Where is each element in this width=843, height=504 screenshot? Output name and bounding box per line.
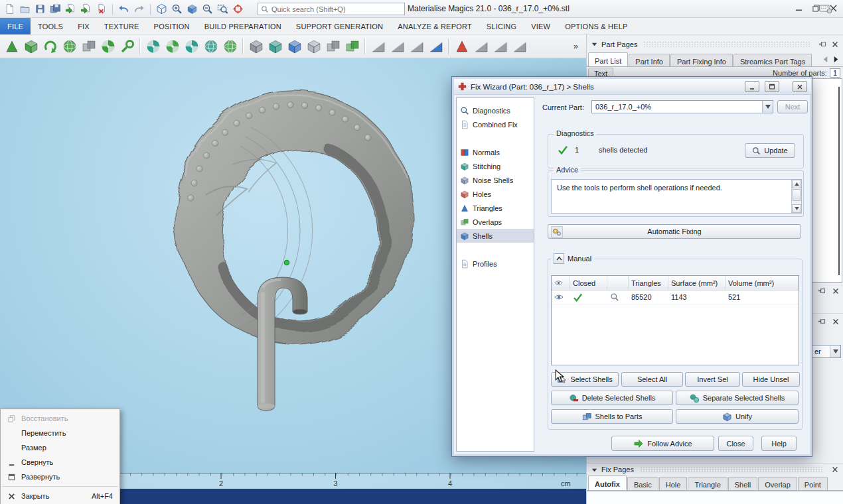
pin-icon[interactable]: [816, 286, 826, 296]
tab-part-list[interactable]: Part List: [588, 52, 628, 67]
system-menu-maximize[interactable]: Развернуть: [1, 470, 119, 484]
help-button[interactable]: Help: [761, 436, 797, 451]
undo-icon[interactable]: [117, 2, 131, 16]
collapse-icon[interactable]: [590, 466, 599, 474]
dialog-close-button[interactable]: [793, 81, 807, 92]
platform-cube-icon[interactable]: [305, 36, 323, 56]
zoom-window-icon[interactable]: [216, 2, 230, 16]
wizard-page-noise-shells[interactable]: Noise Shells: [457, 173, 534, 187]
sphere-select-icon[interactable]: [202, 36, 220, 56]
invert-sel-button[interactable]: Invert Sel: [685, 372, 740, 387]
minimize-button[interactable]: [790, 1, 807, 15]
pin-icon[interactable]: [816, 317, 826, 326]
edit-part-icon[interactable]: [118, 36, 136, 56]
fix-wizard-titlebar[interactable]: Fix Wizard (Part: 036_r_17) > Shells: [454, 79, 811, 95]
shell-select-icon[interactable]: [144, 36, 162, 56]
shell-table-row[interactable]: 85520 1143 521: [552, 290, 799, 304]
scroll-down-icon[interactable]: [792, 204, 801, 213]
close-panel-icon[interactable]: [830, 465, 840, 474]
zoom-out-icon[interactable]: [200, 2, 214, 16]
wizard-page-profiles[interactable]: Profiles: [457, 257, 534, 271]
tab-hole[interactable]: Hole: [659, 477, 688, 490]
separate-selected-shells-button[interactable]: Separate Selected Shells: [676, 391, 799, 405]
menu-item-position[interactable]: POSITION: [147, 18, 197, 34]
new-file-icon[interactable]: [3, 2, 17, 16]
closed-column-header[interactable]: Closed: [570, 276, 607, 290]
slice-view-icon[interactable]: [369, 36, 387, 56]
wizard-page-triangles[interactable]: Triangles: [457, 201, 534, 215]
menu-item-analyze-report[interactable]: ANALYZE & REPORT: [390, 18, 479, 34]
inspect-column-header[interactable]: [607, 276, 629, 290]
tab-streamics-part-tags[interactable]: Streamics Part Tags: [733, 54, 812, 67]
system-menu-move[interactable]: Переместить: [1, 426, 119, 440]
tab-scroll-right-icon[interactable]: [831, 54, 841, 64]
support-ramp3-icon[interactable]: [510, 36, 528, 56]
merge-parts-icon[interactable]: [343, 36, 361, 56]
save-all-icon[interactable]: [48, 2, 62, 16]
volume-column-header[interactable]: Volume (mm³): [726, 276, 799, 290]
chevron-down-icon[interactable]: [762, 101, 773, 113]
tab-autofix[interactable]: Autofix: [588, 475, 627, 490]
delete-selected-shells-button[interactable]: Delete Selected Shells: [551, 391, 673, 405]
current-part-dropdown[interactable]: 036_r_17.0_+0%: [591, 100, 773, 113]
visibility-column-header[interactable]: [552, 276, 570, 290]
support-ramp-icon[interactable]: [472, 36, 490, 56]
view-cube-icon[interactable]: [185, 2, 199, 16]
machine-cube-icon[interactable]: [266, 36, 284, 56]
menu-item-fix[interactable]: FIX: [70, 18, 97, 34]
shells-to-parts-button[interactable]: Shells to Parts: [551, 409, 673, 424]
visible-eye-icon[interactable]: [552, 290, 570, 304]
hidden-panel-dropdown[interactable]: er: [810, 345, 841, 358]
panel-grip[interactable]: [640, 467, 824, 473]
scroll-up-icon[interactable]: [792, 180, 801, 188]
menu-item-slicing[interactable]: SLICING: [479, 18, 524, 34]
slice-blue-icon[interactable]: [427, 36, 445, 56]
wizard-page-holes[interactable]: Holes: [457, 187, 534, 201]
slice-ramp-icon[interactable]: [388, 36, 406, 56]
measure-icon[interactable]: [231, 2, 245, 16]
wizard-page-diagnostics[interactable]: Diagnostics: [457, 103, 534, 117]
quick-search[interactable]: [258, 3, 405, 15]
scroll-thumb[interactable]: [793, 189, 801, 201]
support-generation-icon[interactable]: [453, 36, 471, 56]
menu-item-support-generation[interactable]: SUPPORT GENERATION: [289, 18, 390, 34]
rotate-part-icon[interactable]: [41, 36, 59, 56]
pin-icon[interactable]: [817, 40, 827, 49]
follow-advice-button[interactable]: Follow Advice: [611, 436, 714, 451]
dialog-minimize-button[interactable]: [745, 81, 759, 92]
next-button[interactable]: Next: [777, 100, 808, 113]
fix-part-icon[interactable]: [99, 36, 117, 56]
menu-item-file[interactable]: FILE: [0, 18, 31, 34]
tab-part-info[interactable]: Part Info: [629, 54, 670, 67]
wizard-page-combined-fix[interactable]: Combined Fix: [457, 117, 534, 131]
menu-item-options-help[interactable]: OPTIONS & HELP: [558, 18, 635, 34]
triangles-column-header[interactable]: Triangles: [629, 276, 668, 290]
system-menu-size[interactable]: Размер: [1, 440, 119, 455]
collapse-icon[interactable]: [590, 40, 599, 48]
close-panel-icon[interactable]: [830, 286, 840, 296]
save-file-icon[interactable]: [33, 2, 47, 16]
close-part-icon[interactable]: [94, 2, 108, 16]
globe-select-icon[interactable]: [221, 36, 239, 56]
search-input[interactable]: [271, 5, 402, 13]
open-file-icon[interactable]: [18, 2, 32, 16]
collapse-chevron-icon[interactable]: [554, 253, 564, 264]
parts-group-icon[interactable]: [324, 36, 342, 56]
update-button[interactable]: Update: [745, 143, 795, 158]
redo-icon[interactable]: [132, 2, 146, 16]
hide-unsel-button[interactable]: Hide Unsel: [742, 372, 800, 387]
select-shells-button[interactable]: Select Shells: [551, 372, 619, 387]
menu-item-build-preparation[interactable]: BUILD PREPARATION: [197, 18, 289, 34]
import-part-icon[interactable]: [3, 36, 21, 56]
unify-button[interactable]: Unify: [676, 409, 799, 424]
rescale-part-icon[interactable]: [60, 36, 78, 56]
system-menu-minimize[interactable]: Свернуть: [1, 455, 119, 470]
chevron-down-icon[interactable]: [830, 346, 840, 357]
advice-scrollbar[interactable]: [791, 180, 801, 213]
tab-point[interactable]: Point: [798, 477, 828, 490]
wizard-page-overlaps[interactable]: Overlaps: [457, 215, 534, 229]
automatic-fixing-button[interactable]: Automatic Fixing: [548, 224, 801, 239]
system-menu-close[interactable]: ЗакрытьAlt+F4: [1, 489, 119, 503]
tab-triangle[interactable]: Triangle: [688, 477, 727, 490]
export-platform-icon[interactable]: [247, 36, 265, 56]
